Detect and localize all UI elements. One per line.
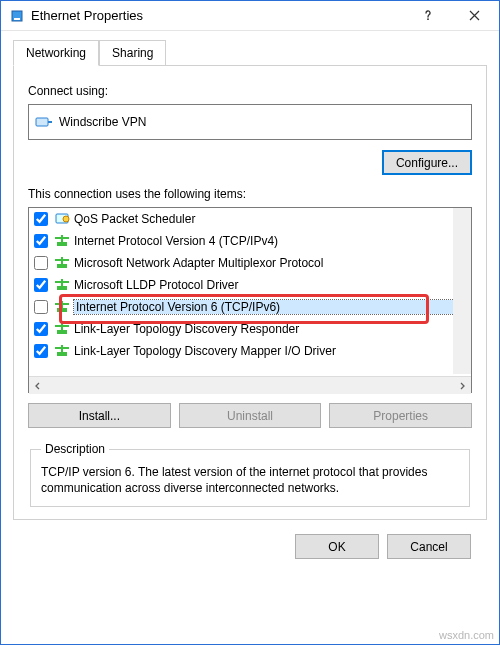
svg-rect-18 bbox=[63, 281, 69, 283]
configure-button[interactable]: Configure... bbox=[382, 150, 472, 175]
properties-button: Properties bbox=[329, 403, 472, 428]
item-label: Link-Layer Topology Discovery Mapper I/O… bbox=[74, 344, 468, 358]
item-label: Link-Layer Topology Discovery Responder bbox=[74, 322, 468, 336]
adapter-box: Windscribe VPN bbox=[28, 104, 472, 140]
watermark: wsxdn.com bbox=[439, 629, 494, 641]
scroll-right-icon[interactable] bbox=[453, 377, 471, 395]
adapter-name: Windscribe VPN bbox=[59, 115, 146, 129]
tab-sharing[interactable]: Sharing bbox=[99, 40, 166, 66]
list-item[interactable]: QoS Packet Scheduler bbox=[29, 208, 471, 230]
svg-rect-26 bbox=[63, 325, 69, 327]
close-button[interactable] bbox=[451, 1, 497, 30]
description-legend: Description bbox=[41, 442, 109, 456]
scroll-left-icon[interactable] bbox=[29, 377, 47, 395]
list-item[interactable]: Link-Layer Topology Discovery Mapper I/O… bbox=[29, 340, 471, 362]
item-label: Internet Protocol Version 6 (TCP/IPv6) bbox=[74, 300, 468, 314]
svg-rect-1 bbox=[14, 18, 20, 20]
svg-rect-11 bbox=[57, 264, 67, 268]
item-checkbox[interactable] bbox=[34, 278, 48, 292]
svg-rect-28 bbox=[61, 345, 63, 352]
dialog-body: Networking Sharing Connect using: Windsc… bbox=[1, 31, 499, 571]
protocol-icon bbox=[54, 233, 70, 249]
list-item[interactable]: Internet Protocol Version 6 (TCP/IPv6) bbox=[29, 296, 471, 318]
svg-rect-8 bbox=[61, 235, 63, 242]
svg-point-2 bbox=[427, 18, 429, 20]
svg-rect-13 bbox=[55, 259, 61, 261]
svg-rect-23 bbox=[57, 330, 67, 334]
svg-rect-15 bbox=[57, 286, 67, 290]
items-label: This connection uses the following items… bbox=[28, 187, 472, 201]
protocol-icon bbox=[54, 321, 70, 337]
items-listbox[interactable]: QoS Packet SchedulerInternet Protocol Ve… bbox=[28, 207, 472, 393]
network-adapter-icon bbox=[35, 114, 53, 130]
item-checkbox[interactable] bbox=[34, 300, 48, 314]
window-title: Ethernet Properties bbox=[31, 8, 405, 23]
item-checkbox[interactable] bbox=[34, 212, 48, 226]
ethernet-icon bbox=[9, 8, 25, 24]
svg-rect-30 bbox=[63, 347, 69, 349]
item-checkbox[interactable] bbox=[34, 344, 48, 358]
cancel-button[interactable]: Cancel bbox=[387, 534, 471, 559]
description-group: Description TCP/IP version 6. The latest… bbox=[30, 442, 470, 507]
svg-rect-21 bbox=[55, 303, 61, 305]
svg-rect-29 bbox=[55, 347, 61, 349]
svg-rect-25 bbox=[55, 325, 61, 327]
tab-networking[interactable]: Networking bbox=[13, 40, 99, 66]
item-checkbox[interactable] bbox=[34, 322, 48, 336]
item-checkbox[interactable] bbox=[34, 256, 48, 270]
svg-rect-19 bbox=[57, 308, 67, 312]
list-item[interactable]: Internet Protocol Version 4 (TCP/IPv4) bbox=[29, 230, 471, 252]
list-item[interactable]: Microsoft Network Adapter Multiplexor Pr… bbox=[29, 252, 471, 274]
svg-rect-14 bbox=[63, 259, 69, 261]
ok-button[interactable]: OK bbox=[295, 534, 379, 559]
tabs: Networking Sharing bbox=[13, 40, 487, 66]
svg-rect-22 bbox=[63, 303, 69, 305]
svg-rect-16 bbox=[61, 279, 63, 286]
qos-icon bbox=[54, 211, 70, 227]
titlebar: Ethernet Properties bbox=[1, 1, 499, 31]
protocol-icon bbox=[54, 255, 70, 271]
item-checkbox[interactable] bbox=[34, 234, 48, 248]
item-label: QoS Packet Scheduler bbox=[74, 212, 468, 226]
svg-rect-27 bbox=[57, 352, 67, 356]
item-label: Microsoft LLDP Protocol Driver bbox=[74, 278, 468, 292]
tab-panel-networking: Connect using: Windscribe VPN Configure.… bbox=[13, 65, 487, 520]
svg-rect-20 bbox=[61, 301, 63, 308]
svg-rect-24 bbox=[61, 323, 63, 330]
svg-point-6 bbox=[63, 216, 69, 222]
help-button[interactable] bbox=[405, 1, 451, 30]
description-text: TCP/IP version 6. The latest version of … bbox=[41, 464, 459, 496]
list-item[interactable]: Link-Layer Topology Discovery Responder bbox=[29, 318, 471, 340]
protocol-icon bbox=[54, 343, 70, 359]
connect-using-label: Connect using: bbox=[28, 84, 472, 98]
uninstall-button: Uninstall bbox=[179, 403, 322, 428]
horizontal-scrollbar[interactable] bbox=[29, 376, 471, 394]
protocol-icon bbox=[54, 299, 70, 315]
svg-rect-9 bbox=[55, 237, 61, 239]
svg-rect-17 bbox=[55, 281, 61, 283]
svg-rect-7 bbox=[57, 242, 67, 246]
item-label: Internet Protocol Version 4 (TCP/IPv4) bbox=[74, 234, 468, 248]
vertical-scrollbar[interactable] bbox=[453, 208, 471, 374]
svg-rect-4 bbox=[48, 121, 52, 123]
svg-rect-10 bbox=[63, 237, 69, 239]
protocol-icon bbox=[54, 277, 70, 293]
item-label: Microsoft Network Adapter Multiplexor Pr… bbox=[74, 256, 468, 270]
svg-rect-3 bbox=[36, 118, 48, 126]
list-item[interactable]: Microsoft LLDP Protocol Driver bbox=[29, 274, 471, 296]
svg-rect-12 bbox=[61, 257, 63, 264]
install-button[interactable]: Install... bbox=[28, 403, 171, 428]
